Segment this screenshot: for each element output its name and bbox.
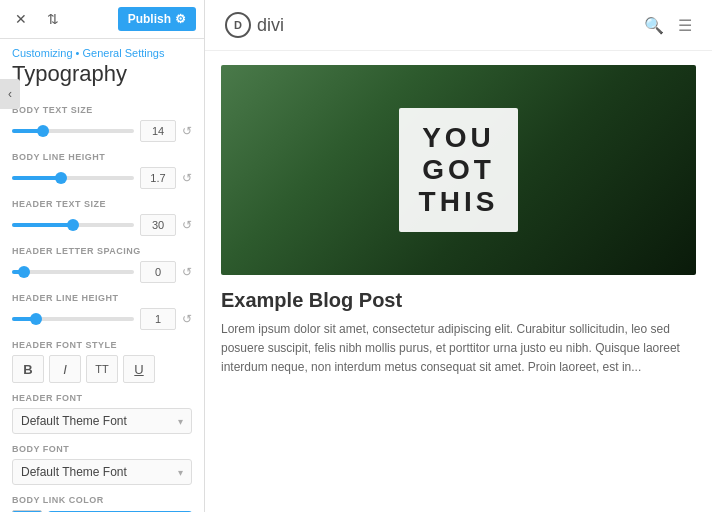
blog-image: YOU GOT THIS xyxy=(221,65,696,275)
publish-label: Publish xyxy=(128,12,171,26)
body-text-size-value: 14 xyxy=(140,120,176,142)
header-line-height-label: HEADER LINE HEIGHT xyxy=(12,293,192,303)
header-text-size-value: 30 xyxy=(140,214,176,236)
body-text-size-row: 14 ↺ xyxy=(12,120,192,142)
blog-post-title: Example Blog Post xyxy=(221,289,696,312)
bold-button[interactable]: B xyxy=(12,355,44,383)
header-letter-spacing-value: 0 xyxy=(140,261,176,283)
body-line-height-control: BODY LINE HEIGHT 1.7 ↺ xyxy=(12,152,192,189)
search-icon[interactable]: 🔍 xyxy=(644,16,664,35)
header-letter-spacing-row: 0 ↺ xyxy=(12,261,192,283)
blog-post-excerpt: Lorem ipsum dolor sit amet, consectetur … xyxy=(221,320,696,378)
header-icons: 🔍 ☰ xyxy=(644,16,692,35)
header-text-size-row: 30 ↺ xyxy=(12,214,192,236)
breadcrumb: Customizing • General Settings xyxy=(0,39,204,59)
body-line-height-reset[interactable]: ↺ xyxy=(182,172,192,184)
logo-letter: D xyxy=(234,19,242,31)
header-line-height-value: 1 xyxy=(140,308,176,330)
chevron-down-icon-2: ▾ xyxy=(178,467,183,478)
divi-logo-circle: D xyxy=(225,12,251,38)
body-line-height-slider[interactable] xyxy=(12,176,134,180)
tt-button[interactable]: TT xyxy=(86,355,118,383)
header-text-size-control: HEADER TEXT SIZE 30 ↺ xyxy=(12,199,192,236)
top-bar-left: ✕ ⇅ xyxy=(8,6,66,32)
body-font-select[interactable]: Default Theme Font ▾ xyxy=(12,459,192,485)
body-link-color-control: BODY LINK COLOR Select Color xyxy=(12,495,192,512)
body-font-control: BODY FONT Default Theme Font ▾ xyxy=(12,444,192,485)
header-font-style-label: HEADER FONT STYLE xyxy=(12,340,192,350)
sign-line-2: GOT xyxy=(419,154,499,186)
header-font-value: Default Theme Font xyxy=(21,414,127,428)
header-letter-spacing-reset[interactable]: ↺ xyxy=(182,266,192,278)
header-text-size-label: HEADER TEXT SIZE xyxy=(12,199,192,209)
site-header: D divi 🔍 ☰ xyxy=(205,0,712,51)
body-text-size-label: BODY TEXT SIZE xyxy=(12,105,192,115)
body-line-height-row: 1.7 ↺ xyxy=(12,167,192,189)
sign-line-3: THIS xyxy=(419,186,499,218)
close-button[interactable]: ✕ xyxy=(8,6,34,32)
header-line-height-reset[interactable]: ↺ xyxy=(182,313,192,325)
header-letter-spacing-slider[interactable] xyxy=(12,270,134,274)
body-line-height-value: 1.7 xyxy=(140,167,176,189)
body-text-size-slider[interactable] xyxy=(12,129,134,133)
gear-icon: ⚙ xyxy=(175,12,186,26)
page-title: Typography xyxy=(0,59,204,97)
panel-content: BODY TEXT SIZE 14 ↺ BODY LINE HEIGHT 1.7… xyxy=(0,97,204,512)
arrows-button[interactable]: ⇅ xyxy=(40,6,66,32)
header-text-size-reset[interactable]: ↺ xyxy=(182,219,192,231)
italic-button[interactable]: I xyxy=(49,355,81,383)
body-font-value: Default Theme Font xyxy=(21,465,127,479)
sign-line-1: YOU xyxy=(419,122,499,154)
body-line-height-label: BODY LINE HEIGHT xyxy=(12,152,192,162)
header-line-height-slider[interactable] xyxy=(12,317,134,321)
header-font-style-control: HEADER FONT STYLE B I TT U xyxy=(12,340,192,383)
left-panel: ✕ ⇅ Publish ⚙ ‹ Customizing • General Se… xyxy=(0,0,205,512)
header-line-height-control: HEADER LINE HEIGHT 1 ↺ xyxy=(12,293,192,330)
body-link-color-label: BODY LINK COLOR xyxy=(12,495,192,505)
back-arrow-button[interactable]: ‹ xyxy=(0,79,20,109)
header-font-select[interactable]: Default Theme Font ▾ xyxy=(12,408,192,434)
top-bar: ✕ ⇅ Publish ⚙ xyxy=(0,0,204,39)
menu-icon[interactable]: ☰ xyxy=(678,16,692,35)
header-font-control: HEADER FONT Default Theme Font ▾ xyxy=(12,393,192,434)
underline-button[interactable]: U xyxy=(123,355,155,383)
body-text-size-reset[interactable]: ↺ xyxy=(182,125,192,137)
logo-text: divi xyxy=(257,15,284,36)
header-letter-spacing-label: HEADER LETTER SPACING xyxy=(12,246,192,256)
divi-logo: D divi xyxy=(225,12,284,38)
header-text-size-slider[interactable] xyxy=(12,223,134,227)
header-font-label: HEADER FONT xyxy=(12,393,192,403)
body-text-size-control: BODY TEXT SIZE 14 ↺ xyxy=(12,105,192,142)
header-letter-spacing-control: HEADER LETTER SPACING 0 ↺ xyxy=(12,246,192,283)
header-line-height-row: 1 ↺ xyxy=(12,308,192,330)
breadcrumb-text: Customizing • General Settings xyxy=(12,47,164,59)
font-style-row: B I TT U xyxy=(12,355,192,383)
blog-content: Example Blog Post Lorem ipsum dolor sit … xyxy=(205,289,712,394)
publish-button[interactable]: Publish ⚙ xyxy=(118,7,196,31)
chevron-down-icon: ▾ xyxy=(178,416,183,427)
lightbox-sign: YOU GOT THIS xyxy=(399,108,519,233)
body-font-label: BODY FONT xyxy=(12,444,192,454)
right-panel: D divi 🔍 ☰ YOU GOT THIS Example Blog Pos… xyxy=(205,0,712,512)
